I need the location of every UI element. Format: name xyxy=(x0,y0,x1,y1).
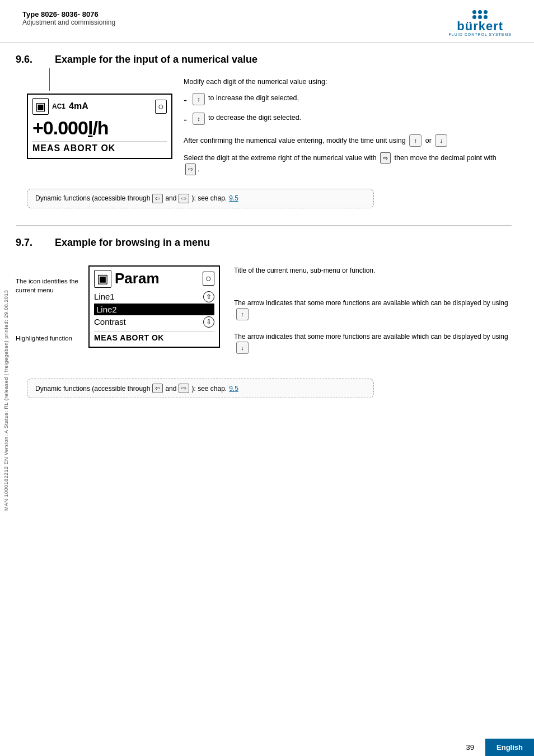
section-97-right: Title of the current menu, sub-menu or f… xyxy=(234,260,512,371)
section-96-title: Example for the input of a numerical val… xyxy=(55,54,257,66)
language-badge: English xyxy=(485,739,534,756)
section-divider xyxy=(16,225,512,226)
menu-line1: Line1 xyxy=(94,292,115,301)
confirm-block: After confirming the numerical value ent… xyxy=(184,134,512,147)
logo-dots-2 xyxy=(472,15,488,19)
section-97-heading: 9.7. Example for browsing in a menu xyxy=(16,237,512,249)
device-4ma-label: 4mA xyxy=(69,101,88,111)
dyn-chap-96[interactable]: 9.5 xyxy=(229,194,238,202)
doc-type: Type 8026- 8036- 8076 xyxy=(22,10,115,18)
logo-dot-1 xyxy=(472,10,476,14)
menu-dn-arrow: ⇩ xyxy=(203,316,214,328)
device-ac1-label: AC1 xyxy=(52,102,65,110)
section-96-content: ▣ AC1 4mA ○ +0.000l/h MEAS ABORT OK Modi… xyxy=(16,77,512,181)
dash-decrease: - xyxy=(184,113,187,128)
highlighted-text: Highlighted function xyxy=(16,335,72,342)
dyn-text-2-97: and xyxy=(165,385,176,393)
device-display-96: ▣ AC1 4mA ○ +0.000l/h MEAS ABORT OK xyxy=(27,94,172,159)
menu-device-display: ▣ Param ○ Line1 ⇧ Line2 Contrast ⇩ xyxy=(88,265,220,348)
section-97-center: ▣ Param ○ Line1 ⇧ Line2 Contrast ⇩ xyxy=(88,260,228,371)
dash-increase: - xyxy=(184,93,187,108)
logo-dot-6 xyxy=(484,15,488,19)
dynamic-box-97: Dynamic functions (accessible through ⇦ … xyxy=(27,379,374,398)
dyn-right-icon-97: ⇨ xyxy=(179,384,189,393)
menu-icon: ▣ xyxy=(94,270,111,288)
device-value-display: +0.000l/h xyxy=(32,117,167,139)
increase-text: to increase the digit selected, xyxy=(208,93,299,104)
logo-dot-4 xyxy=(472,15,476,19)
device-top-row: ▣ AC1 4mA ○ xyxy=(32,98,167,115)
icon-identifies-text: The icon identifies the current menu xyxy=(16,278,78,293)
dyn-left-icon-97: ⇦ xyxy=(152,384,163,393)
page-header: Type 8026- 8036- 8076 Adjustment and com… xyxy=(0,0,534,43)
burkert-logo: bürkert FLUID CONTROL SYSTEMS xyxy=(448,10,512,36)
menu-line1-row: Line1 ⇧ xyxy=(94,290,214,304)
dyn-text-3-96: ): see chap. xyxy=(191,194,227,202)
main-content: 9.6. Example for the input of a numerica… xyxy=(0,43,534,426)
dyn-right-icon: ⇨ xyxy=(179,194,189,203)
menu-line2-row: Line2 xyxy=(94,304,214,315)
nav-right-icon-2: ⇨ xyxy=(185,164,196,175)
confirm-text: After confirming the numerical value ent… xyxy=(184,137,406,144)
decrease-block: - ↕ to decrease the digit selected. xyxy=(184,113,512,128)
doc-sub: Adjustment and commissioning xyxy=(22,18,115,26)
time-dn-icon: ↓ xyxy=(435,134,447,147)
modify-text: Modify each digit of the numerical value… xyxy=(184,78,327,86)
decrease-text: to decrease the digit selected. xyxy=(208,113,301,123)
menu-contrast-row: Contrast ⇩ xyxy=(94,315,214,329)
arrow-up-text: The arrow indicates that some more funct… xyxy=(234,299,508,307)
up-disp-icon: ↑ xyxy=(236,308,249,320)
sidebar-metadata: MAN 1000182212 EN Version: A Status: RL … xyxy=(0,45,12,756)
select-block: Select the digit at the extreme right of… xyxy=(184,152,512,175)
logo-dot-2 xyxy=(478,10,482,14)
section-97-left-labels: The icon identifies the current menu Hig… xyxy=(16,260,83,371)
device-ac-icon: ▣ xyxy=(32,98,49,115)
section-96-annotations: Modify each digit of the numerical value… xyxy=(184,77,512,181)
menu-title: Param xyxy=(115,270,160,287)
device-corner-icon: ○ xyxy=(155,100,167,114)
nav-right-icon-1: ⇨ xyxy=(380,152,391,164)
highlighted-label: Highlighted function xyxy=(16,334,83,343)
header-left: Type 8026- 8036- 8076 Adjustment and com… xyxy=(22,10,115,26)
increase-block: - ↕ to increase the digit selected, xyxy=(184,93,512,108)
dyn-chap-97[interactable]: 9.5 xyxy=(229,385,238,393)
page-number: 39 xyxy=(455,739,485,756)
dn-disp-icon: ↓ xyxy=(236,342,249,354)
up-knob-icon: ↕ xyxy=(193,93,205,105)
time-up-icon: ↑ xyxy=(409,134,421,147)
title-annot: Title of the current menu, sub-menu or f… xyxy=(234,265,512,276)
device-meas-text: MEAS ABORT OK xyxy=(32,143,115,153)
icon-identifies-label: The icon identifies the current menu xyxy=(16,277,83,295)
arrow-up-annot: The arrow indicates that some more funct… xyxy=(234,298,512,320)
menu-line2: Line2 xyxy=(96,305,117,314)
logo-sub: FLUID CONTROL SYSTEMS xyxy=(448,32,512,36)
menu-meas-text: MEAS ABORT OK xyxy=(94,333,164,342)
dyn-text-1-97: Dynamic functions (accessible through xyxy=(35,385,150,393)
logo-dot-3 xyxy=(484,10,488,14)
section-97-title: Example for browsing in a menu xyxy=(55,237,210,249)
logo-dot-5 xyxy=(478,15,482,19)
menu-corner-icon: ○ xyxy=(203,272,214,286)
dn-knob-icon: ↕ xyxy=(193,113,205,125)
arrow-dn-annot: The arrow indicates that some more funct… xyxy=(234,332,512,354)
dyn-text-1-96: Dynamic functions (accessible through xyxy=(35,194,150,202)
dyn-left-icon: ⇦ xyxy=(152,194,163,203)
section-96-left: ▣ AC1 4mA ○ +0.000l/h MEAS ABORT OK xyxy=(16,77,172,181)
menu-top-row: ▣ Param ○ xyxy=(94,270,214,288)
arrow-dn-text: The arrow indicates that some more funct… xyxy=(234,333,508,340)
logo-text: bürkert xyxy=(457,20,503,32)
title-annot-text: Title of the current menu, sub-menu or f… xyxy=(234,267,375,274)
section-96-heading: 9.6. Example for the input of a numerica… xyxy=(16,54,512,66)
menu-up-arrow: ⇧ xyxy=(203,291,214,302)
device-meas-row: MEAS ABORT OK xyxy=(32,141,167,153)
dyn-text-2-96: and xyxy=(165,194,176,202)
logo-dots xyxy=(472,10,488,14)
page-footer: 39 English xyxy=(0,739,534,756)
menu-contrast: Contrast xyxy=(94,317,126,326)
select-text: Select the digit at the extreme right of… xyxy=(184,154,377,162)
confirm-or: or xyxy=(425,137,432,144)
section-97-num: 9.7. xyxy=(16,237,44,249)
modify-text-block: Modify each digit of the numerical value… xyxy=(184,77,512,87)
dynamic-box-96: Dynamic functions (accessible through ⇦ … xyxy=(27,189,374,208)
section-96-num: 9.6. xyxy=(16,54,44,66)
